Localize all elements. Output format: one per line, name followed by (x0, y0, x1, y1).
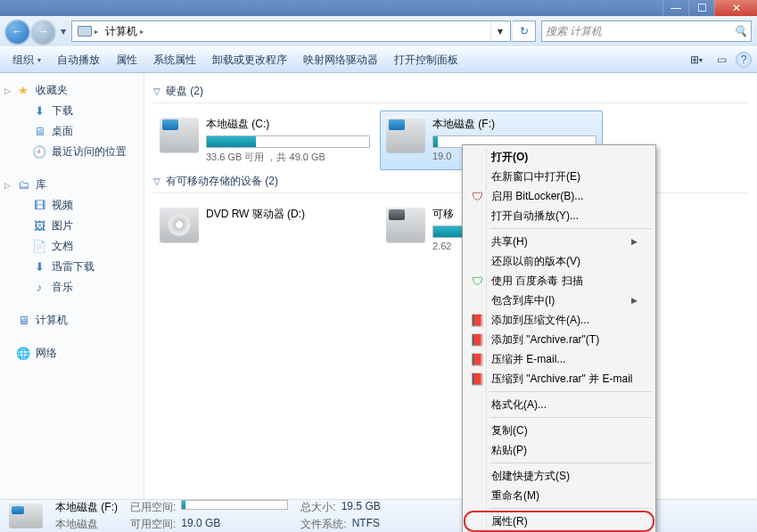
ctx-label: 复制(C) (491, 423, 528, 438)
ctx-icon: 📕 (469, 353, 485, 366)
address-bar[interactable]: ▸ 计算机▸ ▾ (71, 20, 511, 42)
drive-name: DVD RW 驱动器 (D:) (206, 207, 370, 222)
ctx-label: 重命名(M) (491, 488, 539, 503)
ctx-label: 使用 百度杀毒 扫描 (491, 274, 583, 289)
close-button[interactable]: ✕ (714, 0, 757, 16)
search-input[interactable]: 搜索 计算机 🔍 (541, 20, 752, 42)
drive-1-0[interactable]: DVD RW 驱动器 (D:) (153, 201, 376, 258)
tb-autoplay[interactable]: 自动播放 (50, 49, 107, 71)
view-mode-button[interactable]: ⊞▾ (686, 50, 707, 70)
drive-icon (160, 207, 199, 242)
maximize-button[interactable]: ☐ (688, 0, 714, 16)
minimize-button[interactable]: — (662, 0, 688, 16)
ctx-label: 格式化(A)... (491, 397, 547, 413)
tb-uninstall[interactable]: 卸载或更改程序 (205, 49, 294, 71)
sidebar-item-1-2[interactable]: 📄文档 (0, 236, 144, 257)
sidebar-item-1-1[interactable]: 🖼图片 (0, 216, 144, 236)
breadcrumb-root[interactable]: ▸ (74, 21, 102, 41)
address-dropdown[interactable]: ▾ (490, 21, 508, 41)
drive-name: 本地磁盘 (F:) (432, 117, 597, 132)
ctx-icon: 📕 (469, 333, 485, 347)
sidebar-item-1-3[interactable]: ⬇迅雷下载 (0, 257, 144, 277)
sidebar-item-1-4[interactable]: ♪音乐 (0, 277, 144, 298)
preview-pane-button[interactable]: ▭ (711, 50, 732, 70)
tb-system-properties[interactable]: 系统属性 (146, 49, 203, 71)
ctx-item-17[interactable]: 粘贴(P) (465, 440, 654, 460)
ctx-item-0[interactable]: 打开(O) (465, 147, 654, 167)
history-dropdown[interactable]: ▾ (57, 23, 70, 39)
context-menu: 打开(O)在新窗口中打开(E)🛡启用 BitLocker(B)...打开自动播放… (462, 144, 656, 532)
section-head-1[interactable]: ▽有可移动存储的设备 (2) (153, 174, 748, 193)
ctx-item-9[interactable]: 📕添加到压缩文件(A)... (465, 310, 654, 330)
ctx-item-3[interactable]: 打开自动播放(Y)... (465, 206, 654, 225)
ctx-item-6[interactable]: 还原以前的版本(V) (465, 251, 654, 271)
ctx-item-2[interactable]: 🛡启用 BitLocker(B)... (465, 186, 654, 206)
toolbar: 组织▾ 自动播放 属性 系统属性 卸载或更改程序 映射网络驱动器 打开控制面板 … (0, 46, 757, 73)
ctx-label: 包含到库中(I) (491, 293, 555, 308)
ctx-item-19[interactable]: 创建快捷方式(S) (465, 466, 654, 486)
drive-subtext: 33.6 GB 可用 ，共 49.0 GB (206, 151, 370, 164)
ctx-item-11[interactable]: 📕压缩并 E-mail... (465, 349, 654, 369)
status-used-label: 已用空间: (130, 500, 176, 515)
ctx-label: 压缩并 E-mail... (491, 352, 565, 367)
ctx-item-12[interactable]: 📕压缩到 "Archive.rar" 并 E-mail (465, 369, 654, 389)
ctx-item-10[interactable]: 📕添加到 "Archive.rar"(T) (465, 330, 654, 349)
back-button[interactable]: ← (5, 20, 29, 44)
ctx-label: 添加到 "Archive.rar"(T) (491, 332, 599, 348)
sidebar-item-1-0[interactable]: 🎞视频 (0, 195, 144, 216)
ctx-label: 启用 BitLocker(B)... (491, 189, 583, 204)
status-fs-label: 文件系统: (300, 517, 346, 532)
tb-control-panel[interactable]: 打开控制面板 (387, 49, 465, 71)
search-placeholder: 搜索 计算机 (546, 24, 602, 39)
status-title: 本地磁盘 (F:) (55, 500, 118, 515)
ctx-label: 压缩到 "Archive.rar" 并 E-mail (491, 372, 633, 387)
main-pane: ▽硬盘 (2)本地磁盘 (C:)33.6 GB 可用 ，共 49.0 GB本地磁… (144, 73, 757, 499)
tb-map-network[interactable]: 映射网络驱动器 (296, 49, 385, 71)
drive-0-0[interactable]: 本地磁盘 (C:)33.6 GB 可用 ，共 49.0 GB (153, 110, 376, 170)
sidebar-item-0-1[interactable]: 🖥桌面 (0, 121, 144, 142)
drive-name: 本地磁盘 (C:) (206, 117, 370, 132)
help-button[interactable]: ? (736, 52, 752, 68)
ctx-item-20[interactable]: 重命名(M) (465, 486, 654, 505)
forward-button[interactable]: → (31, 20, 55, 44)
ctx-item-1[interactable]: 在新窗口中打开(E) (465, 167, 654, 186)
sidebar-item-0-2[interactable]: 🕘最近访问的位置 (0, 142, 144, 162)
ctx-label: 共享(H) (491, 234, 528, 250)
sidebar: ▷★收藏夹⬇下载🖥桌面🕘最近访问的位置▷🗂库🎞视频🖼图片📄文档⬇迅雷下载♪音乐🖥… (0, 73, 144, 499)
sidebar-group-1[interactable]: ▷🗂库 (0, 175, 144, 195)
drive-usage-bar (206, 135, 370, 148)
refresh-button[interactable]: ↻ (513, 20, 536, 42)
tb-properties[interactable]: 属性 (109, 49, 144, 71)
status-free-value: 19.0 GB (181, 517, 220, 532)
tb-organize[interactable]: 组织▾ (5, 49, 48, 71)
ctx-label: 打开自动播放(Y)... (491, 209, 579, 224)
ctx-item-22[interactable]: 属性(R) (465, 512, 654, 531)
ctx-item-5[interactable]: 共享(H)▶ (465, 232, 654, 251)
drive-icon (160, 117, 199, 152)
status-drive-icon (9, 503, 43, 528)
ctx-item-7[interactable]: 🛡使用 百度杀毒 扫描 (465, 271, 654, 291)
window-buttons: — ☐ ✕ (662, 0, 757, 16)
ctx-item-16[interactable]: 复制(C) (465, 421, 654, 440)
ctx-label: 在新窗口中打开(E) (491, 169, 580, 184)
status-used-bar (181, 500, 288, 510)
sidebar-group-0[interactable]: ▷★收藏夹 (0, 80, 144, 101)
ctx-label: 粘贴(P) (491, 443, 527, 458)
title-bar: — ☐ ✕ (0, 0, 757, 16)
sidebar-group-3[interactable]: 🌐网络 (0, 343, 144, 364)
ctx-label: 打开(O) (491, 150, 528, 165)
ctx-icon: 📕 (469, 372, 485, 386)
ctx-label: 还原以前的版本(V) (491, 254, 580, 269)
sidebar-item-0-0[interactable]: ⬇下载 (0, 101, 144, 121)
ctx-item-14[interactable]: 格式化(A)... (465, 395, 654, 414)
breadcrumb-computer[interactable]: 计算机▸ (102, 21, 147, 41)
status-fs-value: NTFS (352, 517, 380, 532)
sidebar-group-2[interactable]: 🖥计算机 (0, 310, 144, 331)
section-head-0[interactable]: ▽硬盘 (2) (153, 84, 748, 103)
drive-icon (386, 207, 425, 242)
ctx-label: 属性(R) (491, 514, 528, 529)
ctx-icon: 📕 (469, 314, 485, 327)
nav-bar: ← → ▾ ▸ 计算机▸ ▾ ↻ 搜索 计算机 🔍 (0, 16, 757, 46)
status-total-label: 总大小: (300, 500, 335, 515)
ctx-item-8[interactable]: 包含到库中(I)▶ (465, 291, 654, 310)
